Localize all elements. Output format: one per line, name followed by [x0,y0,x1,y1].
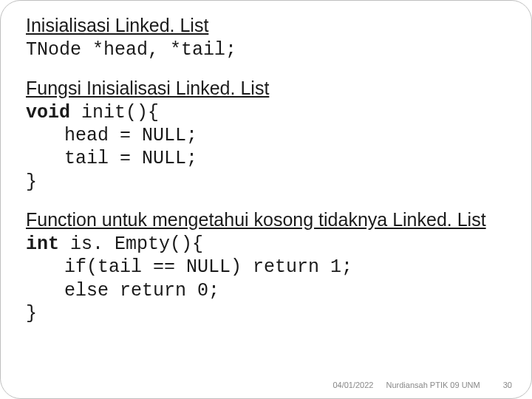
heading-isempty: Function untuk mengetahui kosong tidakny… [26,208,512,231]
code-init-body1: head = NULL; [26,124,512,147]
heading-init: Inisialisasi Linked. List [26,14,512,37]
sig-init-rest: init(){ [70,102,159,123]
section-isempty: Function untuk mengetahui kosong tidakny… [26,208,512,325]
kw-int: int [26,233,59,255]
heading-init-func: Fungsi Inisialisasi Linked. List [26,77,512,100]
footer-credit: Nurdiansah PTIK 09 UNM [386,381,480,389]
section-init-func: Fungsi Inisialisasi Linked. List void in… [26,77,512,194]
sig-isempty-rest: is. Empty(){ [59,233,203,255]
code-isempty-sig: int is. Empty(){ [26,233,512,256]
footer-date: 04/01/2022 [332,381,373,389]
code-isempty-body2: else return 0; [26,279,512,302]
slide-frame: Inisialisasi Linked. List TNode *head, *… [0,0,532,399]
code-isempty-close: } [26,302,512,325]
code-isempty-body1: if(tail == NULL) return 1; [26,256,512,279]
code-init-body2: tail = NULL; [26,147,512,170]
code-init-close: } [26,171,512,194]
code-init-decl: TNode *head, *tail; [26,38,512,61]
section-init-decl: Inisialisasi Linked. List TNode *head, *… [26,14,512,62]
footer-page-number: 30 [503,381,512,389]
kw-void: void [26,102,70,123]
slide-footer: 04/01/2022 Nurdiansah PTIK 09 UNM 30 [332,381,512,389]
code-init-sig: void init(){ [26,101,512,124]
